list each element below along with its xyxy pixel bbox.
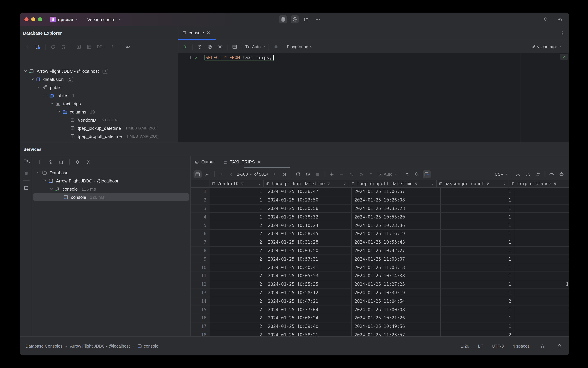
table-cell[interactable]: 9.49: [514, 238, 569, 246]
table-cell[interactable]: 2: [209, 305, 265, 314]
table-cell[interactable]: 2: [209, 238, 265, 246]
sort-icon[interactable]: [430, 182, 434, 186]
table-cell[interactable]: 2024-01-25 10:39:19: [352, 289, 441, 297]
notifications-button[interactable]: [555, 342, 563, 350]
table-cell[interactable]: 2024-01-25 10:58:21: [265, 331, 352, 337]
table-cell[interactable]: 2: [209, 314, 265, 322]
expand-all-button[interactable]: [73, 158, 81, 166]
status-widget[interactable]: LF: [478, 344, 483, 349]
playground-select[interactable]: Playground: [287, 44, 313, 49]
table-cell[interactable]: 2: [209, 289, 265, 297]
grid-view-options-button[interactable]: [548, 170, 556, 178]
tx-strip-button[interactable]: Tx: [24, 159, 28, 163]
parameters-button[interactable]: [206, 43, 214, 51]
row-number[interactable]: 6: [191, 230, 209, 238]
tab-output[interactable]: Output: [195, 156, 214, 168]
first-page-button[interactable]: [217, 170, 225, 178]
tree-item-tpep_pickup_datetime[interactable]: tpep_pickup_datetimeTIMESTAMP(26,6): [20, 124, 178, 132]
row-number[interactable]: 7: [191, 238, 209, 246]
table-cell[interactable]: 2024-01-25 10:06:24: [265, 314, 352, 322]
table-cell[interactable]: 1: [441, 204, 514, 212]
table-cell[interactable]: 2024-01-25 10:38:32: [265, 213, 352, 221]
show-configurations-button[interactable]: [46, 158, 55, 166]
tab-taxi-trips[interactable]: TAXI_TRIPS: [223, 156, 261, 168]
table-cell[interactable]: 2024-01-25 11:16:19: [352, 230, 441, 238]
row-number[interactable]: 1: [191, 188, 209, 196]
table-cell[interactable]: 0.43: [514, 322, 569, 331]
sql-editor[interactable]: 1 SELECT * FROM taxi_trips;: [178, 53, 569, 142]
table-cell[interactable]: 2024-01-25 10:31:28: [265, 238, 352, 246]
datasource-properties-button[interactable]: [34, 43, 42, 51]
table-cell[interactable]: 1.14: [514, 230, 569, 238]
open-in-new-tab-button[interactable]: [57, 158, 65, 166]
export-button[interactable]: [524, 170, 532, 178]
column-header-passenger_count[interactable]: passenger_count: [437, 180, 509, 187]
database-tool-button[interactable]: [279, 15, 287, 23]
services-item-console[interactable]: console126 ms: [32, 185, 190, 193]
table-cell[interactable]: 1: [441, 221, 514, 229]
row-number[interactable]: 8: [191, 247, 209, 255]
row-number[interactable]: 11: [191, 272, 209, 280]
table-cell[interactable]: 1: [209, 196, 265, 204]
services-item-Arrow Flight JDBC - @localhost[interactable]: Arrow Flight JDBC - @localhost: [32, 177, 190, 185]
settings-button[interactable]: [556, 15, 564, 23]
tab-console[interactable]: console: [178, 26, 214, 39]
table-cell[interactable]: 0.75: [514, 289, 569, 297]
table-cell[interactable]: 2: [209, 247, 265, 255]
table-cell[interactable]: 2024-01-25 10:30:56: [265, 204, 352, 212]
new-datasource-button[interactable]: [23, 43, 31, 51]
table-cell[interactable]: 1: [441, 289, 514, 297]
table-cell[interactable]: 0.8: [514, 204, 569, 212]
delete-row-button[interactable]: [338, 170, 346, 178]
table-cell[interactable]: 1.07: [514, 221, 569, 229]
add-row-button[interactable]: [328, 170, 336, 178]
tree-item-datafusion[interactable]: datafusion1: [20, 75, 178, 83]
table-cell[interactable]: 1.3: [514, 213, 569, 221]
table-cell[interactable]: 1: [209, 188, 265, 196]
table-cell[interactable]: 1: [441, 213, 514, 221]
table-cell[interactable]: 2: [209, 255, 265, 263]
table-cell[interactable]: 1: [441, 280, 514, 288]
table-cell[interactable]: 2024-01-25 10:42:27: [352, 247, 441, 255]
refresh-button[interactable]: [49, 43, 57, 51]
table-cell[interactable]: 2.9: [514, 188, 569, 196]
table-cell[interactable]: 1: [441, 272, 514, 280]
last-page-button[interactable]: [280, 170, 288, 178]
close-icon[interactable]: [257, 160, 261, 164]
table-cell[interactable]: 1: [209, 204, 265, 212]
table-cell[interactable]: 0.76: [514, 255, 569, 263]
tree-item-Arrow Flight JDBC - @localhost[interactable]: Arrow Flight JDBC - @localhost1: [20, 67, 178, 75]
table-cell[interactable]: 1: [441, 263, 514, 272]
next-page-button[interactable]: [270, 170, 278, 178]
run-query-button[interactable]: [181, 43, 189, 51]
table-cell[interactable]: 2: [441, 297, 514, 305]
row-number[interactable]: 17: [191, 322, 209, 331]
table-cell[interactable]: 1: [441, 255, 514, 263]
column-header-tpep_pickup_datetime[interactable]: tpep_pickup_datetime: [264, 180, 349, 187]
browse-data-button[interactable]: [231, 43, 239, 51]
table-cell[interactable]: 2024-01-25 10:05:23: [265, 272, 352, 280]
minimize-window-button[interactable]: [31, 17, 35, 21]
stop-button[interactable]: [272, 43, 280, 51]
page-size-select[interactable]: 1-500: [237, 172, 253, 176]
table-cell[interactable]: 2: [209, 297, 265, 305]
zoom-window-button[interactable]: [38, 17, 42, 21]
table-cell[interactable]: 2: [209, 322, 265, 331]
column-header-tpep_dropoff_datetime[interactable]: tpep_dropoff_datetime: [349, 180, 437, 187]
collapse-all-button[interactable]: [84, 158, 92, 166]
table-cell[interactable]: 1: [441, 188, 514, 196]
table-cell[interactable]: 2024-01-25 10:28:12: [265, 289, 352, 297]
table-cell[interactable]: 2: [209, 280, 265, 288]
breadcrumb-item[interactable]: Arrow Flight JDBC - @localhost: [70, 344, 130, 349]
add-service-button[interactable]: [36, 158, 44, 166]
close-icon[interactable]: [206, 31, 211, 35]
table-cell[interactable]: 2024-01-25 10:39:40: [265, 322, 352, 331]
table-cell[interactable]: 2024-01-25 10:26:08: [352, 196, 441, 204]
row-number[interactable]: 2: [191, 196, 209, 204]
table-cell[interactable]: 0.68: [514, 272, 569, 280]
table-cell[interactable]: 0.98: [514, 314, 569, 322]
table-cell[interactable]: 2: [209, 221, 265, 229]
table-cell[interactable]: 2024-01-25 11:04:54: [352, 297, 441, 305]
row-number[interactable]: 9: [191, 255, 209, 263]
tree-item-columns[interactable]: columns19: [20, 108, 178, 116]
